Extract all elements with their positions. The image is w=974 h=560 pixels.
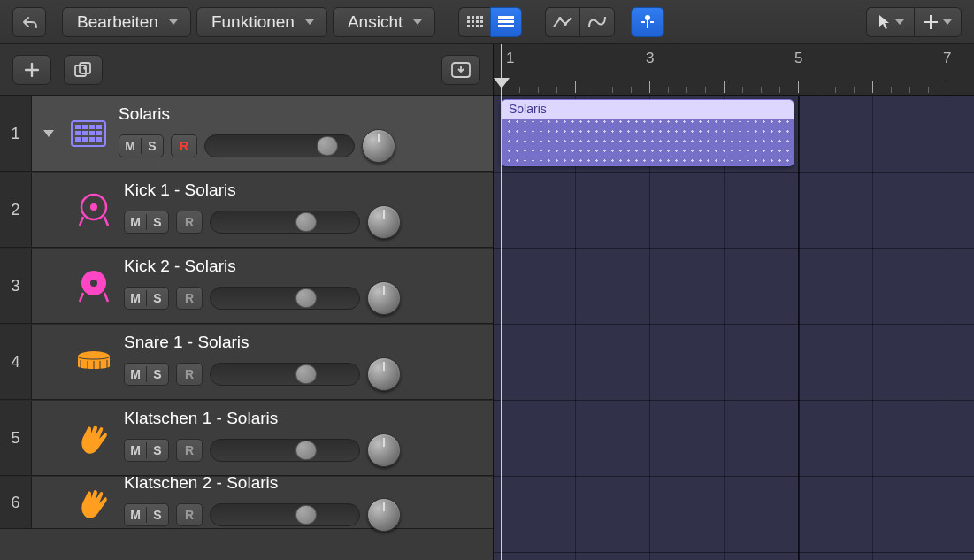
pan-knob[interactable] [367, 433, 401, 467]
pan-knob[interactable] [362, 129, 395, 163]
record-enable-button[interactable]: R [176, 503, 203, 526]
secondary-tool-button[interactable] [914, 7, 962, 37]
svg-rect-22 [75, 125, 81, 129]
svg-rect-1 [472, 16, 474, 19]
list-icon [498, 16, 514, 28]
track-row[interactable]: 6 Klatschen 2 - Solaris MS R [0, 476, 493, 529]
track-name: Kick 2 - Solaris [124, 257, 480, 276]
menu-edit[interactable]: Bearbeiten [62, 7, 191, 37]
ruler-ticks [494, 70, 974, 93]
menu-functions[interactable]: Funktionen [196, 7, 327, 37]
menu-label: Ansicht [348, 12, 403, 32]
track-name: Kick 1 - Solaris [124, 180, 480, 200]
volume-slider[interactable] [210, 503, 360, 526]
arrange-area[interactable]: 1 3 5 7 Solaris [494, 44, 974, 560]
clap-icon [74, 418, 113, 457]
solo-button[interactable]: S [147, 443, 168, 457]
mute-button[interactable]: M [125, 443, 146, 457]
track-number: 1 [0, 96, 32, 171]
pan-knob[interactable] [367, 498, 401, 532]
disclosure-toggle[interactable] [39, 130, 58, 137]
track-name: Klatschen 1 - Solaris [124, 409, 480, 428]
sequencer-icon [69, 114, 108, 153]
svg-point-35 [90, 203, 97, 211]
volume-slider[interactable] [204, 134, 355, 157]
solo-button[interactable]: S [142, 139, 163, 153]
add-track-button[interactable] [12, 55, 51, 85]
svg-rect-12 [498, 16, 514, 19]
solo-button[interactable]: S [147, 367, 168, 381]
slider-thumb[interactable] [295, 505, 317, 525]
solo-button[interactable]: S [147, 508, 168, 522]
clap-icon [74, 483, 113, 522]
slider-thumb[interactable] [295, 364, 317, 384]
record-enable-button[interactable]: R [176, 363, 203, 386]
slider-thumb[interactable] [295, 288, 317, 308]
pan-knob[interactable] [367, 205, 401, 239]
svg-rect-18 [75, 65, 86, 76]
clip-pattern-preview [502, 119, 794, 165]
volume-slider[interactable] [210, 287, 360, 310]
plus-icon [25, 63, 39, 77]
volume-slider[interactable] [210, 363, 360, 386]
region-clip[interactable]: Solaris [501, 99, 794, 166]
record-enable-button[interactable]: R [176, 439, 203, 462]
svg-point-15 [558, 17, 562, 20]
track-row[interactable]: 2 Kick 1 - Solaris MS R [0, 172, 493, 248]
track-row[interactable]: 3 Kick 2 - Solaris MS R [0, 248, 493, 324]
track-name: Snare 1 - Solaris [124, 333, 480, 352]
view-list-button[interactable] [490, 7, 522, 37]
bar-number: 3 [646, 50, 654, 67]
global-tracks-button[interactable] [441, 55, 480, 85]
svg-rect-9 [472, 25, 474, 27]
svg-rect-28 [89, 131, 95, 135]
slider-thumb[interactable] [317, 136, 338, 156]
svg-rect-32 [89, 137, 95, 142]
svg-point-37 [90, 280, 97, 287]
svg-rect-0 [467, 16, 470, 19]
chevron-down-icon [895, 19, 904, 25]
flex-button[interactable] [579, 7, 615, 37]
pan-knob[interactable] [367, 281, 401, 315]
mute-button[interactable]: M [125, 508, 146, 522]
chevron-down-icon [305, 19, 314, 25]
svg-rect-7 [480, 20, 483, 23]
mute-button[interactable]: M [125, 215, 146, 229]
timeline-ruler[interactable]: 1 3 5 7 [494, 44, 974, 96]
track-row[interactable]: 4 Snare 1 - Solaris MS R [0, 324, 493, 400]
svg-point-16 [564, 22, 567, 26]
snap-playhead-button[interactable] [631, 7, 664, 37]
record-enable-button[interactable]: R [171, 134, 197, 157]
mute-button[interactable]: M [125, 367, 146, 381]
slider-thumb[interactable] [295, 212, 317, 232]
duplicate-icon [74, 62, 92, 78]
record-enable-button[interactable]: R [176, 287, 203, 310]
mute-button[interactable]: M [119, 139, 141, 153]
automation-flex-group [545, 7, 615, 37]
record-enable-button[interactable]: R [176, 211, 203, 234]
svg-rect-3 [480, 16, 483, 19]
kick2-icon [74, 266, 113, 305]
automation-button[interactable] [545, 7, 579, 37]
bar-number: 1 [506, 50, 514, 67]
track-row[interactable]: 1 Solaris M S R [0, 96, 493, 172]
slider-thumb[interactable] [295, 441, 317, 460]
volume-slider[interactable] [210, 439, 360, 462]
solo-button[interactable]: S [147, 215, 168, 229]
duplicate-track-button[interactable] [64, 55, 103, 85]
back-button[interactable] [12, 7, 46, 37]
mute-button[interactable]: M [125, 291, 146, 305]
snap-playhead-icon [639, 14, 656, 30]
solo-button[interactable]: S [147, 291, 168, 305]
svg-rect-6 [476, 20, 479, 23]
toolbar: Bearbeiten Funktionen Ansicht [0, 0, 974, 44]
volume-slider[interactable] [210, 211, 360, 234]
playhead[interactable] [501, 44, 502, 560]
view-mode-toggle [458, 7, 522, 37]
view-grid-button[interactable] [458, 7, 490, 37]
pointer-tool-button[interactable] [866, 7, 914, 37]
menu-view[interactable]: Ansicht [333, 7, 435, 37]
pan-knob[interactable] [367, 357, 401, 391]
track-row[interactable]: 5 Klatschen 1 - Solaris MS R [0, 400, 493, 476]
svg-rect-23 [82, 125, 88, 129]
